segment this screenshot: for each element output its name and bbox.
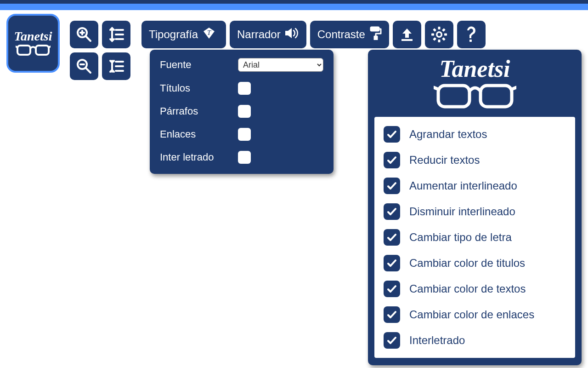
settings-item-label: Cambiar color de textos	[409, 282, 526, 295]
links-checkbox[interactable]	[238, 128, 251, 141]
help-button[interactable]	[457, 21, 486, 48]
titles-checkbox[interactable]	[238, 82, 251, 95]
settings-item-label: Cambiar color de titulos	[409, 257, 525, 270]
line-spacing-decrease-button[interactable]	[102, 52, 130, 80]
settings-item[interactable]: Reducir textos	[384, 152, 566, 168]
settings-item[interactable]: Agrandar textos	[384, 126, 566, 143]
contrast-menu-button[interactable]: Contraste	[310, 21, 389, 48]
brand-logo-badge[interactable]: Tanetsi	[6, 14, 60, 73]
svg-rect-1	[36, 46, 49, 55]
svg-line-27	[86, 68, 90, 73]
typography-label: Tipografía	[149, 28, 198, 41]
glasses-icon	[16, 43, 51, 57]
svg-rect-34	[481, 86, 512, 107]
svg-rect-33	[438, 86, 469, 107]
svg-rect-18	[438, 40, 440, 42]
svg-rect-19	[431, 34, 434, 36]
svg-rect-22	[433, 37, 436, 41]
links-label: Enlaces	[160, 128, 238, 140]
checkmark-icon[interactable]	[384, 126, 400, 143]
settings-item[interactable]: Interletrado	[384, 332, 566, 349]
narrator-menu-button[interactable]: Narrador	[230, 21, 306, 48]
settings-item-label: Reducir textos	[409, 154, 480, 167]
font-select[interactable]: Arial	[238, 58, 323, 72]
settings-item-label: Cambiar color de enlaces	[409, 308, 534, 321]
checkmark-icon[interactable]	[384, 152, 400, 168]
letter-spacing-label: Inter letrado	[160, 151, 238, 163]
top-bar	[0, 0, 588, 10]
settings-item[interactable]: Cambiar color de enlaces	[384, 306, 566, 323]
svg-rect-16	[401, 39, 413, 41]
checkmark-icon[interactable]	[384, 306, 400, 323]
settings-list: Agrandar textosReducir textosAumentar in…	[374, 117, 575, 358]
panel-brand-name: Tanetsi	[368, 57, 582, 81]
settings-item[interactable]: Aumentar interlineado	[384, 178, 566, 194]
titles-label: Títulos	[160, 82, 238, 94]
svg-rect-23	[433, 28, 436, 32]
settings-item-label: Interletrado	[409, 334, 465, 347]
svg-rect-13	[371, 27, 379, 31]
svg-marker-12	[285, 28, 292, 38]
line-spacing-increase-button[interactable]	[102, 21, 130, 48]
typography-menu-button[interactable]: Tipografía T	[141, 21, 226, 48]
checkmark-icon[interactable]	[384, 229, 400, 246]
svg-rect-20	[444, 34, 447, 36]
checkmark-icon[interactable]	[384, 332, 400, 349]
settings-item-label: Aumentar interlineado	[409, 179, 517, 192]
svg-marker-15	[402, 29, 412, 38]
checkmark-icon[interactable]	[384, 203, 400, 220]
paragraphs-checkbox[interactable]	[238, 105, 251, 118]
glasses-icon	[368, 81, 582, 112]
letter-spacing-checkbox[interactable]	[238, 151, 251, 164]
settings-item-label: Agrandar textos	[409, 128, 487, 141]
settings-item[interactable]: Cambiar color de textos	[384, 281, 566, 297]
svg-rect-25	[469, 40, 472, 42]
narrator-label: Narrador	[237, 28, 281, 41]
contrast-label: Contraste	[317, 28, 365, 41]
upload-button[interactable]	[393, 21, 421, 48]
zoom-in-button[interactable]	[70, 21, 98, 48]
settings-button[interactable]	[425, 21, 453, 48]
svg-rect-21	[442, 28, 446, 32]
checkmark-icon[interactable]	[384, 178, 400, 194]
svg-line-3	[86, 36, 90, 41]
speaker-icon	[285, 27, 299, 42]
settings-item-label: Cambiar tipo de letra	[409, 231, 512, 244]
typography-t-icon: T	[203, 27, 215, 42]
settings-panel: Tanetsi Agrandar textosReducir textosAum…	[368, 50, 582, 365]
paint-roller-icon	[370, 26, 382, 43]
settings-item[interactable]: Cambiar color de titulos	[384, 255, 566, 271]
checkmark-icon[interactable]	[384, 281, 400, 297]
settings-item-label: Disminuir interlineado	[409, 205, 515, 218]
svg-rect-24	[442, 37, 446, 41]
checkmark-icon[interactable]	[384, 255, 400, 271]
svg-rect-14	[374, 36, 377, 40]
typography-panel: Fuente Arial Títulos Párrafos Enlaces In…	[150, 50, 334, 174]
brand-name: Tanetsi	[14, 30, 52, 43]
paragraphs-label: Párrafos	[160, 105, 238, 117]
zoom-out-button[interactable]	[70, 52, 98, 80]
settings-item[interactable]: Disminuir interlineado	[384, 203, 566, 220]
settings-item[interactable]: Cambiar tipo de letra	[384, 229, 566, 246]
svg-rect-0	[17, 46, 30, 55]
svg-rect-17	[438, 27, 440, 29]
font-label: Fuente	[160, 59, 238, 71]
